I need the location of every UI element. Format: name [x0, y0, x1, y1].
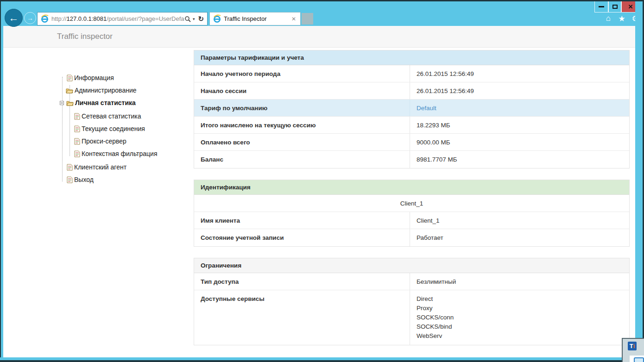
tab-close-icon[interactable]: ✕ [290, 16, 297, 22]
folder-icon [66, 87, 73, 94]
forward-button[interactable]: → [24, 12, 36, 24]
row-value: 9000.00 МБ [410, 134, 629, 150]
minimize-button[interactable] [594, 1, 608, 12]
document-icon [67, 75, 73, 81]
collapse-expander-icon[interactable] [60, 101, 64, 105]
minimize-icon [599, 6, 604, 7]
ie-logo-icon [213, 14, 221, 23]
row-label: Тип доступа [194, 273, 410, 290]
page-content: Traffic inspector Информация Администрир… [3, 26, 635, 358]
browser-toolbar-icons: ⌂ ★ ⚙ [604, 14, 640, 24]
sidebar-item-network-statistics[interactable]: Сетевая статистика [74, 111, 141, 121]
sidebar-item-proxy-server[interactable]: Прокси-сервер [74, 136, 126, 146]
document-icon [74, 150, 80, 157]
maximize-button[interactable] [608, 1, 621, 12]
browser-tab[interactable]: Traffic Inspector ✕ [209, 12, 301, 25]
traffic-inspector-logo-icon[interactable]: Ti [628, 342, 637, 350]
refresh-icon[interactable]: ↻ [196, 15, 205, 23]
document-icon [67, 176, 73, 183]
table-row: Оплачено всего 9000.00 МБ [194, 134, 629, 151]
sidebar-item-label: Информация [74, 74, 114, 81]
sidebar-item-personal-statistics[interactable]: Личная статистика [60, 98, 136, 108]
table-row: Начало сессии 26.01.2015 12:56:49 [194, 82, 629, 100]
back-button[interactable]: ← [5, 9, 23, 27]
window-border-left-blue [1, 0, 3, 362]
agent-popup-thumbnail [634, 357, 644, 362]
client-name-banner: Client_1 [194, 195, 629, 212]
service-item: SOCKS/conn [417, 313, 454, 322]
sidebar-item-label: Сетевая статистика [82, 112, 141, 120]
ie-logo-icon [40, 14, 49, 23]
sidebar-item-label: Клиентский агент [74, 163, 126, 171]
sidebar-item-client-agent[interactable]: Клиентский агент [67, 162, 126, 172]
agent-popup-panel: Ti [622, 338, 644, 362]
row-value: Безлимитный [410, 273, 629, 290]
window-controls: ✕ [594, 1, 640, 12]
search-icon[interactable] [184, 16, 191, 22]
sidebar-tree: Информация Администрирование Личная стат… [3, 48, 194, 358]
default-tariff-link[interactable]: Default [417, 105, 436, 112]
sidebar-item-content-filtering[interactable]: Контекстная фильтрация [74, 149, 158, 159]
address-bar[interactable]: http://127.0.0.1:8081/portal/user/?page=… [37, 12, 208, 25]
sidebar-item-label: Выход [74, 176, 94, 183]
services-list: Direct Proxy SOCKS/conn SOCKS/bind WebSe… [410, 290, 629, 345]
service-item: Proxy [417, 304, 433, 313]
row-label: Тариф по умолчанию [194, 100, 410, 116]
row-label: Начало учетного периода [194, 65, 410, 82]
folder-icon [66, 100, 74, 106]
sidebar-item-label: Личная статистика [75, 99, 136, 106]
row-value: 18.2293 МБ [410, 117, 629, 133]
identification-table: Идентификация Client_1 Имя клиента Clien… [194, 180, 630, 247]
identification-table-header: Идентификация [194, 180, 629, 195]
home-icon[interactable]: ⌂ [604, 14, 613, 24]
tab-title: Traffic Inspector [224, 15, 290, 22]
logo-letter-t: T [630, 343, 633, 350]
address-bar-tools: ▾ ↻ [184, 15, 205, 23]
document-icon [74, 125, 80, 132]
maximize-icon [612, 5, 618, 9]
row-label: Итого начислено на текущую сессию [194, 117, 410, 133]
sidebar-item-label: Контекстная фильтрация [82, 150, 158, 157]
page-title: Traffic inspector [57, 32, 113, 41]
url-text[interactable]: http://127.0.0.1:8081/portal/user/?page=… [51, 15, 184, 22]
table-row: Баланс 8981.7707 МБ [194, 151, 629, 168]
table-row: Состояние учетной записи Работает [194, 229, 629, 246]
forward-arrow-icon: → [27, 14, 33, 22]
row-label: Имя клиента [194, 212, 410, 229]
document-icon [74, 138, 80, 145]
row-value: 26.01.2015 12:56:49 [410, 82, 629, 99]
window-border-top [0, 0, 644, 1]
agent-popup-content [630, 356, 644, 362]
sidebar-item-current-connections[interactable]: Текущие соединения [74, 124, 145, 134]
document-icon [67, 164, 73, 171]
restrictions-table: Ограничения Тип доступа Безлимитный Дост… [194, 258, 630, 345]
table-row: Тип доступа Безлимитный [194, 273, 629, 290]
row-label: Состояние учетной записи [194, 229, 410, 246]
service-item: SOCKS/bind [417, 322, 452, 331]
restrictions-table-header: Ограничения [194, 258, 629, 273]
tariff-table: Параметры тарификации и учета Начало уче… [194, 50, 630, 169]
row-value: 26.01.2015 12:56:49 [410, 65, 629, 82]
tariff-table-header: Параметры тарификации и учета [194, 50, 629, 65]
sidebar-item-label: Текущие соединения [82, 125, 145, 132]
service-item: Direct [417, 294, 433, 304]
sidebar-item-administration[interactable]: Администрирование [66, 85, 137, 95]
back-arrow-icon: ← [9, 12, 19, 24]
row-value: 8981.7707 МБ [410, 151, 629, 168]
window-border-left [0, 0, 1, 362]
sidebar-item-logout[interactable]: Выход [67, 175, 94, 185]
new-tab-button[interactable] [302, 13, 313, 25]
row-value: Работает [410, 229, 629, 246]
row-value: Client_1 [410, 212, 629, 229]
sidebar-item-information[interactable]: Информация [67, 73, 114, 83]
row-label: Доступные сервисы [194, 290, 410, 345]
window-border-bottom [0, 360, 644, 362]
favorites-star-icon[interactable]: ★ [617, 14, 626, 24]
browser-chrome: ✕ ⌂ ★ ⚙ ← → http://127.0.0.1:8081/portal… [0, 0, 644, 26]
row-label: Баланс [194, 151, 410, 168]
table-row: Итого начислено на текущую сессию 18.229… [194, 117, 629, 134]
document-icon [74, 113, 80, 120]
row-label: Оплачено всего [194, 134, 410, 150]
chevron-down-icon[interactable]: ▾ [192, 17, 196, 21]
site-header: Traffic inspector [3, 26, 635, 48]
